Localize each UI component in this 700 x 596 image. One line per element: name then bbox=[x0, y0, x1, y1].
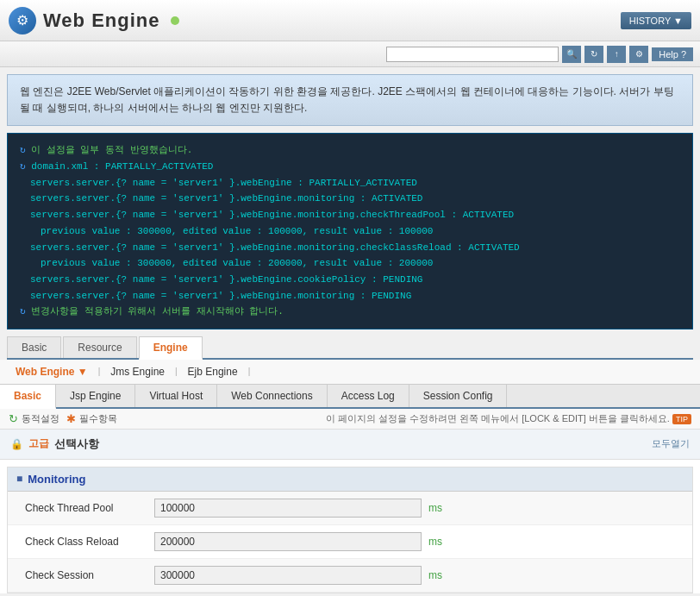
monitoring-section: ■ Monitoring Check Thread Pool ms Check … bbox=[7, 467, 693, 593]
sep2: | bbox=[175, 367, 178, 376]
tab-jms-engine[interactable]: Jms Engine bbox=[102, 363, 173, 380]
check-thread-pool-unit: ms bbox=[428, 502, 442, 514]
monitoring-icon: ■ bbox=[16, 473, 22, 485]
monitoring-title: Monitoring bbox=[28, 473, 85, 486]
check-class-reload-row: Check Class Reload ms bbox=[8, 525, 692, 559]
dynamic-label: 동적설정 bbox=[22, 412, 59, 425]
search-button[interactable]: 🔍 bbox=[562, 46, 581, 63]
section-options-label: 선택사항 bbox=[54, 436, 99, 452]
app-icon: ⚙ bbox=[9, 7, 36, 35]
refresh-button[interactable]: ↻ bbox=[584, 46, 603, 63]
tip-text: 이 페이지의 설정을 수정하려면 왼쪽 메뉴에서 [LOCK & EDIT] 버… bbox=[326, 413, 670, 423]
main-tabs: Basic Resource Engine bbox=[7, 336, 693, 360]
check-class-reload-input[interactable] bbox=[154, 532, 422, 551]
console-line-2: ↻ domain.xml : PARTIALLY_ACTIVATED bbox=[20, 159, 680, 175]
tip-badge: TIP bbox=[672, 414, 691, 424]
page-header: ⚙ Web Engine HISTORY ▼ bbox=[0, 0, 700, 41]
console-line-10: servers.server.{? name = 'server1' }.web… bbox=[20, 288, 680, 304]
description-text: 웹 엔진은 J2EE Web/Servlet 애플리케이션이 작동하기 위한 환… bbox=[20, 85, 674, 114]
check-session-unit: ms bbox=[428, 569, 442, 581]
content-area: 🔒 고급 선택사항 모두열기 ■ Monitoring Check Thread… bbox=[0, 430, 700, 593]
section-title-row: 🔒 고급 선택사항 bbox=[10, 436, 99, 452]
check-class-reload-unit: ms bbox=[428, 536, 442, 548]
sep1: | bbox=[98, 367, 101, 376]
check-class-reload-label: Check Class Reload bbox=[16, 536, 154, 548]
console-line-9: servers.server.{? name = 'server1' }.web… bbox=[20, 272, 680, 288]
history-button[interactable]: HISTORY ▼ bbox=[621, 12, 691, 29]
search-input[interactable] bbox=[386, 47, 559, 62]
tab-sub-jsp-engine[interactable]: Jsp Engine bbox=[56, 385, 135, 407]
description-box: 웹 엔진은 J2EE Web/Servlet 애플리케이션이 작동하기 위한 환… bbox=[7, 74, 693, 126]
tab-resource[interactable]: Resource bbox=[63, 336, 136, 358]
tab-sub-web-connections[interactable]: Web Connections bbox=[217, 385, 328, 407]
status-bar: ↻ 동적설정 ✱ 필수항목 이 페이지의 설정을 수정하려면 왼쪽 메뉴에서 [… bbox=[0, 409, 700, 430]
tab-sub-access-log[interactable]: Access Log bbox=[328, 385, 409, 407]
check-session-input[interactable] bbox=[154, 566, 422, 585]
tab-sub-session-config[interactable]: Session Config bbox=[409, 385, 508, 407]
tab-basic[interactable]: Basic bbox=[7, 336, 61, 358]
export-button[interactable]: ↑ bbox=[607, 46, 626, 63]
page-title: Web Engine bbox=[43, 9, 160, 32]
status-tip-row: 이 페이지의 설정을 수정하려면 왼쪽 메뉴에서 [LOCK & EDIT] 버… bbox=[326, 412, 691, 425]
check-thread-pool-label: Check Thread Pool bbox=[16, 502, 154, 514]
expand-all-button[interactable]: 모두열기 bbox=[652, 437, 690, 450]
engine-tabs: Web Engine ▼ | Jms Engine | Ejb Engine | bbox=[0, 360, 700, 385]
tab-sub-basic[interactable]: Basic bbox=[0, 385, 56, 409]
dynamic-icon: ↻ bbox=[9, 412, 18, 425]
dynamic-setting-item: ↻ 동적설정 ✱ 필수항목 bbox=[9, 412, 117, 425]
sub-tabs: Basic Jsp Engine Virtual Host Web Connec… bbox=[0, 385, 700, 409]
required-label: 필수항목 bbox=[79, 412, 117, 425]
console-line-11: ↻ 변경사항을 적용하기 위해서 서버를 재시작해야 합니다. bbox=[20, 304, 680, 320]
check-thread-pool-row: Check Thread Pool ms bbox=[8, 492, 692, 525]
console-line-4: servers.server.{? name = 'server1' }.web… bbox=[20, 191, 680, 207]
tab-ejb-engine[interactable]: Ejb Engine bbox=[179, 363, 247, 380]
console-line-7: servers.server.{? name = 'server1' }.web… bbox=[20, 240, 680, 256]
console-line-1: ↻ 이 설정을 일부 동적 반영했습니다. bbox=[20, 142, 680, 159]
console-area: ↻ 이 설정을 일부 동적 반영했습니다. ↻ domain.xml : PAR… bbox=[7, 133, 693, 329]
toolbar: 🔍 ↻ ↑ ⚙ Help ? bbox=[0, 41, 700, 67]
section-level-label: 고급 bbox=[28, 436, 49, 451]
check-session-label: Check Session bbox=[16, 569, 154, 581]
required-icon: ✱ bbox=[66, 412, 76, 425]
header-left: ⚙ Web Engine bbox=[9, 7, 179, 35]
monitoring-header: ■ Monitoring bbox=[8, 467, 692, 492]
check-thread-pool-input[interactable] bbox=[154, 499, 422, 518]
tab-sub-virtual-host[interactable]: Virtual Host bbox=[135, 385, 217, 407]
help-button[interactable]: Help ? bbox=[652, 47, 693, 61]
check-session-row: Check Session ms bbox=[8, 559, 692, 593]
sep3: | bbox=[248, 367, 251, 376]
status-dot bbox=[171, 16, 179, 25]
console-line-8: previous value : 300000, edited value : … bbox=[20, 255, 680, 272]
console-line-5: servers.server.{? name = 'server1' }.web… bbox=[20, 207, 680, 223]
section-header: 🔒 고급 선택사항 모두열기 bbox=[0, 430, 700, 460]
tab-web-engine[interactable]: Web Engine ▼ bbox=[7, 363, 97, 380]
console-line-6: previous value : 300000, edited value : … bbox=[20, 223, 680, 240]
console-line-3: servers.server.{? name = 'server1' }.web… bbox=[20, 175, 680, 191]
settings-button[interactable]: ⚙ bbox=[629, 46, 648, 63]
lock-icon: 🔒 bbox=[10, 438, 23, 450]
tab-engine[interactable]: Engine bbox=[139, 336, 203, 360]
